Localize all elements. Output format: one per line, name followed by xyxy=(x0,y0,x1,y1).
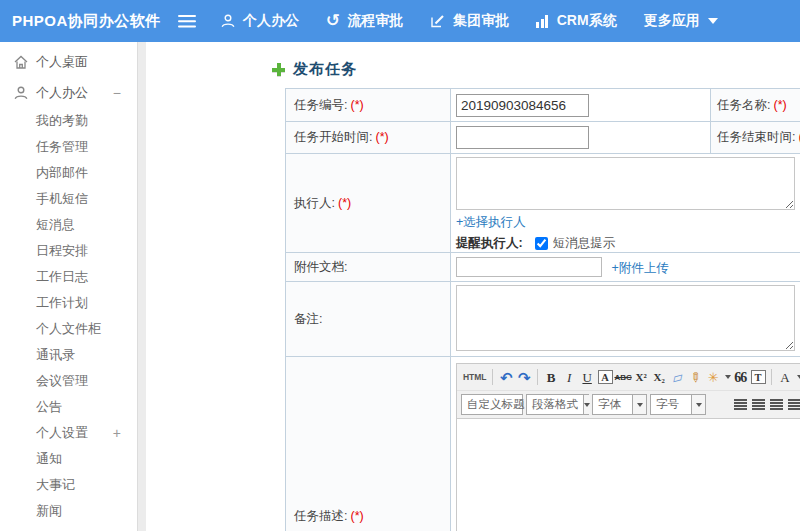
sidebar-item-label: 个人文件柜 xyxy=(36,320,101,338)
strikethrough-icon[interactable]: ABC xyxy=(616,368,631,387)
sidebar-item-label: 个人设置 xyxy=(36,424,88,442)
font-family-select-label: 字体 xyxy=(593,397,632,412)
nav-item-label: CRM系统 xyxy=(557,12,617,30)
paste-icon[interactable]: T xyxy=(751,370,766,384)
sidebar-item-work-diary[interactable]: 工作日志 xyxy=(0,264,137,290)
editor-content-area[interactable] xyxy=(457,419,800,531)
required-mark: (*) xyxy=(350,98,363,112)
sidebar-item-memorabilia[interactable]: 大事记 xyxy=(0,472,137,498)
nav-item-crm-system[interactable]: CRM系统 xyxy=(536,12,616,30)
end-time-label: 任务结束时间: xyxy=(717,130,795,144)
top-header: PHPOA协同办公软件 个人办公↺流程审批集团审批CRM系统更多应用 xyxy=(0,0,800,42)
task-no-input[interactable] xyxy=(456,94,589,117)
magic-wand-icon[interactable]: ✳ xyxy=(706,368,721,387)
sidebar-item-personal-office[interactable]: 个人办公− xyxy=(0,77,137,108)
font-size-select[interactable]: 字号 xyxy=(650,394,706,415)
sidebar-item-mobile-sms[interactable]: 手机短信 xyxy=(0,186,137,212)
sms-tip-checkbox[interactable] xyxy=(535,237,548,250)
remark-label-cell: 备注: xyxy=(286,282,451,357)
attachment-upload-link[interactable]: +附件上传 xyxy=(611,261,668,275)
custom-heading-select[interactable]: 自定义标题 xyxy=(461,394,523,415)
start-time-input[interactable] xyxy=(456,126,589,149)
undo-icon[interactable]: ↶ xyxy=(499,368,514,387)
subscript-icon[interactable]: X₂ xyxy=(652,368,667,387)
main-panel: 发布任务 任务编号:(*) 任务名称:(*) 任务开始时间:(*) 任务结束时 xyxy=(146,42,800,531)
underline-icon[interactable]: U xyxy=(580,368,595,387)
sidebar-item-announcement[interactable]: 公告 xyxy=(0,394,137,420)
sidebar-item-short-message[interactable]: 短消息 xyxy=(0,212,137,238)
align-right-icon[interactable] xyxy=(770,399,783,410)
sidebar-item-meeting-management[interactable]: 会议管理 xyxy=(0,368,137,394)
sidebar-item-label: 大事记 xyxy=(36,476,75,494)
eraser-icon[interactable]: ▱ xyxy=(667,366,686,388)
nav-item-more-apps[interactable]: 更多应用 xyxy=(644,12,725,30)
sms-tip-label: 短消息提示 xyxy=(553,235,616,252)
sidebar-item-personal-desktop[interactable]: 个人桌面 xyxy=(0,46,137,77)
sidebar-item-label: 内部邮件 xyxy=(36,164,88,182)
sidebar-item-label: 日程安排 xyxy=(36,242,88,260)
sidebar-item-notification[interactable]: 通知 xyxy=(0,446,137,472)
sidebar-item-news[interactable]: 新闻 xyxy=(0,498,137,524)
nav-item-process-approval[interactable]: ↺流程审批 xyxy=(326,12,403,30)
task-name-label-cell: 任务名称:(*) xyxy=(711,89,800,122)
task-no-label: 任务编号: xyxy=(294,98,347,112)
align-center-icon[interactable] xyxy=(752,399,765,410)
end-time-label-cell: 任务结束时间:(*) xyxy=(711,122,800,154)
header-nav: 个人办公↺流程审批集团审批CRM系统更多应用 xyxy=(220,12,752,30)
task-no-label-cell: 任务编号:(*) xyxy=(286,89,451,122)
nav-item-group-approval[interactable]: 集团审批 xyxy=(430,12,509,30)
sidebar-item-label: 会议管理 xyxy=(36,372,88,390)
dropdown-caret-icon[interactable] xyxy=(691,395,705,414)
remark-label: 备注: xyxy=(294,312,322,326)
sidebar-item-task-management[interactable]: 任务管理 xyxy=(0,134,137,160)
sidebar-item-contacts[interactable]: 通讯录 xyxy=(0,342,137,368)
font-size-select-label: 字号 xyxy=(651,397,691,412)
history-icon: ↺ xyxy=(326,13,340,29)
fontname-icon[interactable]: A xyxy=(598,370,613,384)
task-name-label: 任务名称: xyxy=(717,98,770,112)
blockquote-icon[interactable]: 66 xyxy=(733,368,748,387)
collapse-icon[interactable]: − xyxy=(113,85,121,101)
edit-icon xyxy=(430,13,446,29)
align-justify-icon[interactable] xyxy=(788,399,800,410)
app-logo: PHPOA协同办公软件 xyxy=(0,12,178,31)
sidebar-item-work-plan[interactable]: 工作计划 xyxy=(0,290,137,316)
sidebar-item-label: 公告 xyxy=(36,398,62,416)
editor-toolbar-row1: HTML ↶↷BIUAABCX²X₂▱✏✳66TA xyxy=(457,364,800,391)
dropdown-caret-icon[interactable] xyxy=(583,395,590,414)
executor-textarea[interactable] xyxy=(456,157,795,210)
hamburger-icon xyxy=(178,15,196,18)
editor-toolbar-row2: 自定义标题段落格式字体字号 xyxy=(457,391,800,419)
dropdown-caret-icon[interactable] xyxy=(632,395,646,414)
superscript-icon[interactable]: X² xyxy=(634,368,649,387)
task-desc-label: 任务描述: xyxy=(294,509,347,523)
brush-icon[interactable]: ✏ xyxy=(686,370,705,385)
sidebar-item-internal-mail[interactable]: 内部邮件 xyxy=(0,160,137,186)
bold-icon[interactable]: B xyxy=(544,368,559,387)
custom-heading-select-label: 自定义标题 xyxy=(462,397,530,412)
paragraph-format-select[interactable]: 段落格式 xyxy=(526,394,589,415)
expand-icon[interactable]: + xyxy=(113,425,121,441)
sidebar-item-personal-file-cabinet[interactable]: 个人文件柜 xyxy=(0,316,137,342)
choose-executor-link[interactable]: +选择执行人 xyxy=(456,215,526,229)
redo-icon[interactable]: ↷ xyxy=(517,368,532,387)
sidebar-item-my-attendance[interactable]: 我的考勤 xyxy=(0,108,137,134)
attachment-input[interactable] xyxy=(456,257,602,277)
sidebar-item-schedule[interactable]: 日程安排 xyxy=(0,238,137,264)
align-left-icon[interactable] xyxy=(734,399,747,410)
sidebar-item-label: 通讯录 xyxy=(36,346,75,364)
font-family-select[interactable]: 字体 xyxy=(592,394,647,415)
required-mark: (*) xyxy=(375,130,388,144)
fontcolor-icon[interactable]: A xyxy=(777,368,792,387)
remark-textarea[interactable] xyxy=(456,285,795,351)
align-button-group xyxy=(731,399,800,410)
dropdown-caret-icon[interactable] xyxy=(725,375,731,379)
sidebar-item-personal-settings[interactable]: 个人设置+ xyxy=(0,420,137,446)
menu-toggle-button[interactable] xyxy=(178,15,198,28)
start-time-label-cell: 任务开始时间:(*) xyxy=(286,122,451,154)
nav-item-personal-office[interactable]: 个人办公 xyxy=(220,12,299,30)
italic-icon[interactable]: I xyxy=(562,368,577,387)
sidebar: 个人桌面个人办公−我的考勤任务管理内部邮件手机短信短消息日程安排工作日志工作计划… xyxy=(0,42,138,531)
html-source-button[interactable]: HTML xyxy=(463,368,487,387)
task-form: 任务编号:(*) 任务名称:(*) 任务开始时间:(*) 任务结束时间:(*) xyxy=(285,88,800,531)
